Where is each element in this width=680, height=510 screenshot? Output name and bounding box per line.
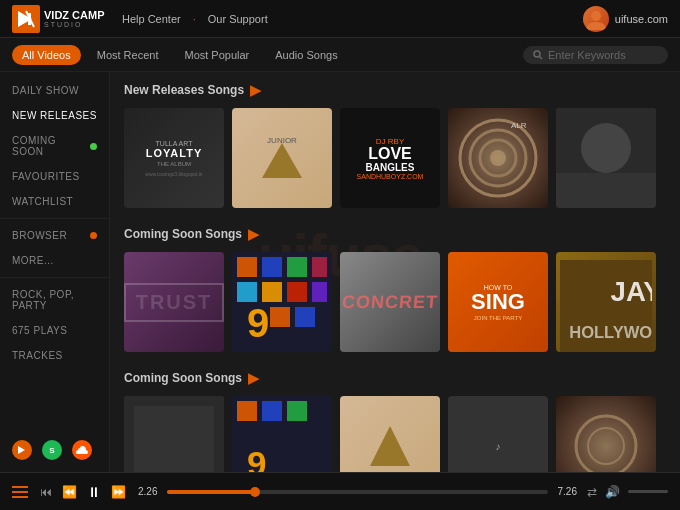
- album-trust[interactable]: TRUST: [124, 252, 224, 352]
- browser-indicator: [90, 232, 97, 239]
- svg-point-5: [534, 51, 540, 57]
- nav-help-link[interactable]: Help Center: [122, 13, 181, 25]
- album-lovebangles-2[interactable]: ♪: [448, 396, 548, 472]
- svg-rect-36: [237, 401, 257, 421]
- nav-dot: ·: [193, 13, 196, 25]
- album-dark[interactable]: [556, 108, 656, 208]
- main-area: Daily Show New Releases Coming Soon Favo…: [0, 72, 680, 472]
- nav-support-link[interactable]: Our Support: [208, 13, 268, 25]
- play-button[interactable]: ⏸: [85, 482, 103, 502]
- svg-text:JAY: JAY: [611, 276, 652, 307]
- svg-rect-38: [287, 401, 307, 421]
- svg-rect-34: [134, 406, 214, 472]
- logo-main: VIDZ CAMP: [44, 9, 105, 21]
- repeat-icon[interactable]: 🔊: [605, 485, 620, 499]
- section-arrow-2[interactable]: ▶: [248, 226, 259, 242]
- album-dark-2[interactable]: [124, 396, 224, 472]
- album-triangle-2[interactable]: [340, 396, 440, 472]
- svg-rect-29: [295, 307, 315, 327]
- section-arrow[interactable]: ▶: [250, 82, 261, 98]
- filter-all-videos[interactable]: All Videos: [12, 45, 81, 65]
- filter-audio-songs[interactable]: Audio Songs: [265, 45, 347, 65]
- rings-2-art: [566, 406, 646, 472]
- rings-art: ALR: [453, 113, 543, 203]
- sidebar-item-browser[interactable]: Browser: [0, 223, 109, 248]
- rewind-button[interactable]: ⏪: [60, 483, 79, 501]
- album-colorful-2[interactable]: 9: [232, 396, 332, 472]
- album-colorful[interactable]: 9: [232, 252, 332, 352]
- vidz-icon[interactable]: [12, 440, 32, 460]
- svg-rect-17: [556, 173, 656, 208]
- sidebar-item-plays[interactable]: 675 Plays: [0, 318, 109, 343]
- player-controls: ⏮ ⏪ ⏸ ⏩: [38, 482, 128, 502]
- section-title-coming-soon-1: Coming Soon Songs ▶: [124, 226, 666, 242]
- logo-sub: STUDIO: [44, 21, 105, 28]
- soundcloud-icon[interactable]: [72, 440, 92, 460]
- logo: VIDZ CAMP STUDIO: [12, 5, 122, 33]
- time-current: 2.26: [138, 486, 157, 497]
- triangle-art: JUNIOR: [252, 128, 312, 188]
- filter-most-popular[interactable]: Most Popular: [174, 45, 259, 65]
- album-rings-2[interactable]: [556, 396, 656, 472]
- new-releases-grid: TULLA ART LOYALTY THE ALBUM www.icsongs3…: [124, 108, 666, 208]
- filterbar: All Videos Most Recent Most Popular Audi…: [0, 38, 680, 72]
- volume-bar[interactable]: [628, 490, 668, 493]
- sidebar-item-rock-pop[interactable]: Rock, Pop, Party: [0, 282, 109, 318]
- svg-rect-20: [262, 257, 282, 277]
- svg-rect-23: [237, 282, 257, 302]
- sidebar-item-watchlist[interactable]: Watchlist: [0, 189, 109, 214]
- sidebar-item-more[interactable]: More...: [0, 248, 109, 273]
- svg-rect-28: [270, 307, 290, 327]
- colorful-art: 9: [232, 252, 332, 352]
- sidebar-item-new-releases[interactable]: New Releases: [0, 103, 109, 128]
- svg-text:9: 9: [247, 444, 266, 472]
- album-triangle[interactable]: JUNIOR: [232, 108, 332, 208]
- user-name: uifuse.com: [615, 13, 668, 25]
- user-avatar: [583, 6, 609, 32]
- svg-text:HOLLYWOO: HOLLYWOO: [569, 323, 652, 342]
- logo-icon: [12, 5, 40, 33]
- sidebar-item-coming-soon[interactable]: Coming Soon: [0, 128, 109, 164]
- album-jay[interactable]: JAY HOLLYWOO: [556, 252, 656, 352]
- section-arrow-3[interactable]: ▶: [248, 370, 259, 386]
- time-total: 7.26: [558, 486, 577, 497]
- svg-rect-24: [262, 282, 282, 302]
- user-area: uifuse.com: [583, 6, 668, 32]
- svg-marker-40: [370, 426, 410, 466]
- dark-2-art: [124, 396, 224, 472]
- prev-button[interactable]: ⏮: [38, 483, 54, 501]
- player-right: ⇄ 🔊: [587, 485, 668, 499]
- svg-point-16: [581, 123, 631, 173]
- section-coming-soon-1: Coming Soon Songs ▶ TRUST: [124, 226, 666, 352]
- shuffle-icon[interactable]: ⇄: [587, 485, 597, 499]
- svg-text:ALR: ALR: [511, 121, 527, 130]
- svg-rect-21: [287, 257, 307, 277]
- progress-fill: [167, 490, 254, 494]
- sidebar-item-trackes[interactable]: Trackes: [0, 343, 109, 368]
- svg-line-6: [540, 56, 543, 59]
- filter-most-recent[interactable]: Most Recent: [87, 45, 169, 65]
- sidebar-social-icons: S: [0, 432, 110, 468]
- progress-bar[interactable]: [167, 490, 547, 494]
- spotify-icon[interactable]: S: [42, 440, 62, 460]
- album-lovebangles[interactable]: DJ RBY LOVE BANGLES SANDHUBOYZ.COM: [340, 108, 440, 208]
- section-title-new-releases: New Releases Songs ▶: [124, 82, 666, 98]
- sidebar: Daily Show New Releases Coming Soon Favo…: [0, 72, 110, 472]
- svg-rect-25: [287, 282, 307, 302]
- album-howtosing[interactable]: HOW TO SING JOIN THE PARTY: [448, 252, 548, 352]
- album-loyalty[interactable]: TULLA ART LOYALTY THE ALBUM www.icsongs3…: [124, 108, 224, 208]
- svg-point-4: [591, 11, 601, 21]
- nav-links: Help Center · Our Support: [122, 13, 583, 25]
- album-concrete[interactable]: CONCRET: [340, 252, 440, 352]
- svg-point-13: [490, 150, 506, 166]
- album-rings[interactable]: ALR: [448, 108, 548, 208]
- search-input[interactable]: [548, 49, 658, 61]
- search-wrap: [523, 46, 668, 64]
- section-new-releases: New Releases Songs ▶ TULLA ART LOYALTY T…: [124, 82, 666, 208]
- triangle-2-art: [360, 416, 420, 472]
- forward-button[interactable]: ⏩: [109, 483, 128, 501]
- menu-icon[interactable]: [12, 486, 28, 498]
- sidebar-item-daily-show[interactable]: Daily Show: [0, 78, 109, 103]
- sidebar-item-favourites[interactable]: Favourites: [0, 164, 109, 189]
- player-bar: ⏮ ⏪ ⏸ ⏩ 2.26 7.26 ⇄ 🔊: [0, 472, 680, 510]
